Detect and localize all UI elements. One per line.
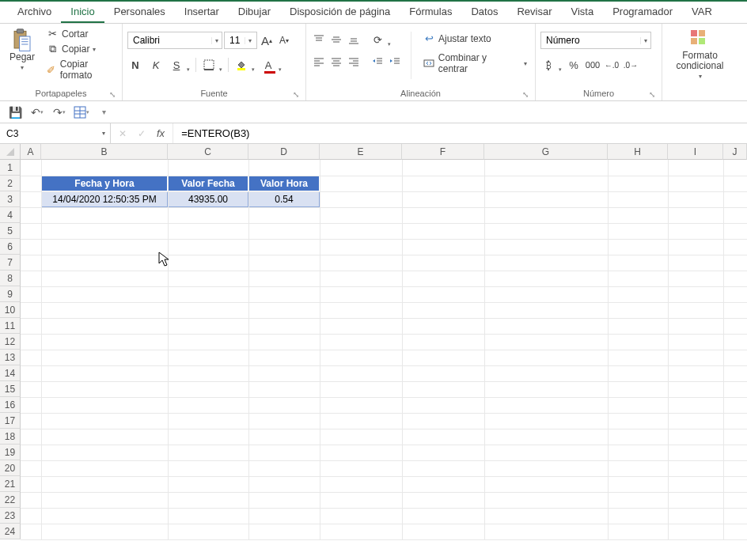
- cell-c3[interactable]: 43935.00: [168, 191, 248, 207]
- percent-format-button[interactable]: %: [566, 57, 582, 73]
- name-box[interactable]: ▾: [0, 123, 111, 143]
- column-header-g[interactable]: G: [484, 144, 608, 160]
- row-header-20[interactable]: 20: [0, 460, 21, 476]
- row-header-13[interactable]: 13: [0, 350, 21, 365]
- bold-button[interactable]: N: [127, 57, 143, 73]
- column-header-c[interactable]: C: [168, 144, 248, 160]
- increase-decimal-button[interactable]: ←.0: [604, 57, 620, 73]
- name-box-input[interactable]: [0, 128, 97, 139]
- table-header-valor-hora[interactable]: Valor Hora: [248, 176, 320, 191]
- row-header-6[interactable]: 6: [0, 239, 21, 255]
- increase-indent-button[interactable]: [387, 54, 403, 70]
- column-header-h[interactable]: H: [608, 144, 668, 160]
- cancel-formula-button[interactable]: ✕: [119, 128, 127, 139]
- format-painter-button[interactable]: ✐ Copiar formato: [43, 58, 117, 81]
- tab-home[interactable]: Inicio: [61, 2, 104, 23]
- chevron-down-icon[interactable]: ▾: [97, 130, 110, 137]
- wrap-text-button[interactable]: ↩ Ajustar texto: [419, 32, 530, 45]
- row-header-5[interactable]: 5: [0, 223, 21, 239]
- tab-formulas[interactable]: Fórmulas: [400, 2, 461, 23]
- cells-area[interactable]: Fecha y Hora Valor Fecha Valor Hora 14/0…: [21, 160, 747, 539]
- align-left-button[interactable]: [311, 54, 327, 70]
- qat-custom-button[interactable]: ▾: [73, 104, 90, 121]
- number-format-combo[interactable]: Número ▾: [540, 32, 651, 49]
- row-header-9[interactable]: 9: [0, 286, 21, 302]
- row-header-11[interactable]: 11: [0, 318, 21, 334]
- row-header-24[interactable]: 24: [0, 524, 21, 539]
- undo-button[interactable]: ↶▾: [28, 104, 46, 121]
- table-header-fecha-hora[interactable]: Fecha y Hora: [41, 176, 168, 191]
- align-middle-button[interactable]: [328, 32, 344, 47]
- row-header-7[interactable]: 7: [0, 255, 21, 271]
- row-header-17[interactable]: 17: [0, 413, 21, 429]
- tab-var[interactable]: VAR: [682, 2, 722, 23]
- decrease-decimal-button[interactable]: .0→: [623, 57, 639, 73]
- fill-color-button[interactable]: [233, 57, 256, 73]
- accounting-format-button[interactable]: ₿: [540, 57, 563, 73]
- decrease-indent-button[interactable]: [370, 54, 385, 70]
- row-header-23[interactable]: 23: [0, 508, 21, 524]
- cut-button[interactable]: ✂ Cortar: [43, 27, 117, 40]
- paste-button[interactable]: Pegar ▾: [5, 27, 40, 73]
- column-header-b[interactable]: B: [41, 144, 168, 160]
- column-header-j[interactable]: J: [723, 144, 747, 160]
- save-button[interactable]: 💾: [6, 104, 24, 121]
- tab-personal[interactable]: Personales: [104, 2, 175, 23]
- accept-formula-button[interactable]: ✓: [138, 128, 146, 139]
- align-right-button[interactable]: [346, 54, 362, 70]
- font-size-combo[interactable]: 11 ▾: [224, 32, 257, 49]
- cell-d3[interactable]: 0.54: [248, 191, 320, 207]
- row-header-18[interactable]: 18: [0, 429, 21, 445]
- cell-b3[interactable]: 14/04/2020 12:50:35 PM: [41, 191, 168, 207]
- align-bottom-button[interactable]: [346, 32, 362, 47]
- underline-button[interactable]: S: [169, 57, 191, 73]
- decrease-font-button[interactable]: A▾: [276, 32, 292, 48]
- font-color-button[interactable]: A: [260, 57, 282, 73]
- comma-format-button[interactable]: 000: [585, 57, 601, 73]
- row-header-4[interactable]: 4: [0, 207, 21, 223]
- row-header-21[interactable]: 21: [0, 476, 21, 492]
- row-header-2[interactable]: 2: [0, 176, 21, 191]
- borders-button[interactable]: [201, 57, 223, 73]
- row-header-8[interactable]: 8: [0, 271, 21, 286]
- insert-function-button[interactable]: fx: [157, 127, 165, 139]
- tab-view[interactable]: Vista: [561, 2, 603, 23]
- row-header-14[interactable]: 14: [0, 365, 21, 381]
- tab-page-layout[interactable]: Disposición de página: [280, 2, 400, 23]
- tab-developer[interactable]: Programador: [603, 2, 682, 23]
- merge-center-button[interactable]: Combinar y centrar ▾: [419, 51, 530, 75]
- row-header-19[interactable]: 19: [0, 445, 21, 460]
- column-header-a[interactable]: A: [21, 144, 41, 160]
- column-header-f[interactable]: F: [402, 144, 484, 160]
- clipboard-dialog-launcher[interactable]: ⤡: [109, 90, 116, 99]
- row-header-10[interactable]: 10: [0, 302, 21, 318]
- redo-button[interactable]: ↷▾: [51, 104, 68, 121]
- qat-customize-button[interactable]: ▾: [95, 104, 112, 121]
- conditional-formatting-button[interactable]: Formato condicional ▾: [667, 27, 733, 81]
- font-dialog-launcher[interactable]: ⤡: [293, 90, 299, 99]
- tab-file[interactable]: Archivo: [8, 2, 61, 23]
- align-top-button[interactable]: [311, 32, 327, 47]
- select-all-corner[interactable]: [0, 144, 21, 160]
- alignment-dialog-launcher[interactable]: ⤡: [522, 90, 529, 99]
- align-center-button[interactable]: [328, 54, 344, 70]
- column-header-e[interactable]: E: [320, 144, 402, 160]
- row-header-15[interactable]: 15: [0, 381, 21, 397]
- row-header-12[interactable]: 12: [0, 334, 21, 350]
- column-header-i[interactable]: I: [668, 144, 723, 160]
- tab-data[interactable]: Datos: [461, 2, 507, 23]
- increase-font-button[interactable]: A▴: [259, 32, 275, 48]
- number-dialog-launcher[interactable]: ⤡: [649, 90, 655, 99]
- row-header-16[interactable]: 16: [0, 397, 21, 413]
- tab-insert[interactable]: Insertar: [175, 2, 229, 23]
- tab-draw[interactable]: Dibujar: [229, 2, 280, 23]
- copy-button[interactable]: ⧉ Copiar ▾: [43, 42, 117, 56]
- row-header-22[interactable]: 22: [0, 492, 21, 508]
- row-header-1[interactable]: 1: [0, 160, 21, 176]
- italic-button[interactable]: K: [148, 57, 164, 73]
- font-name-combo[interactable]: Calibri ▾: [127, 32, 222, 49]
- table-header-valor-fecha[interactable]: Valor Fecha: [168, 176, 248, 191]
- orientation-button[interactable]: ⟳: [370, 32, 392, 47]
- row-header-3[interactable]: 3: [0, 191, 21, 207]
- tab-review[interactable]: Revisar: [507, 2, 561, 23]
